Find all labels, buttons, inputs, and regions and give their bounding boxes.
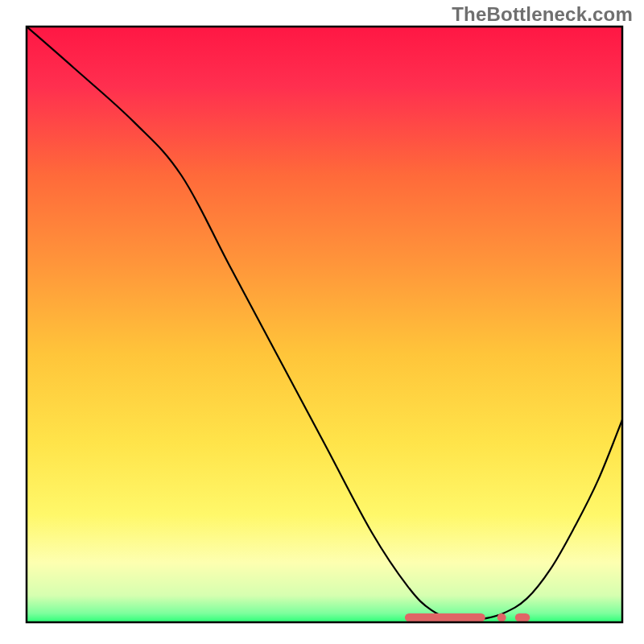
watermark-label: TheBottleneck.com [452,3,633,26]
gradient-background [27,27,622,622]
chart-stage: TheBottleneck.com [0,0,644,644]
marker-pill [497,613,506,621]
bottleneck-chart [0,0,644,644]
marker-pill [405,613,485,621]
marker-pill [515,613,530,621]
